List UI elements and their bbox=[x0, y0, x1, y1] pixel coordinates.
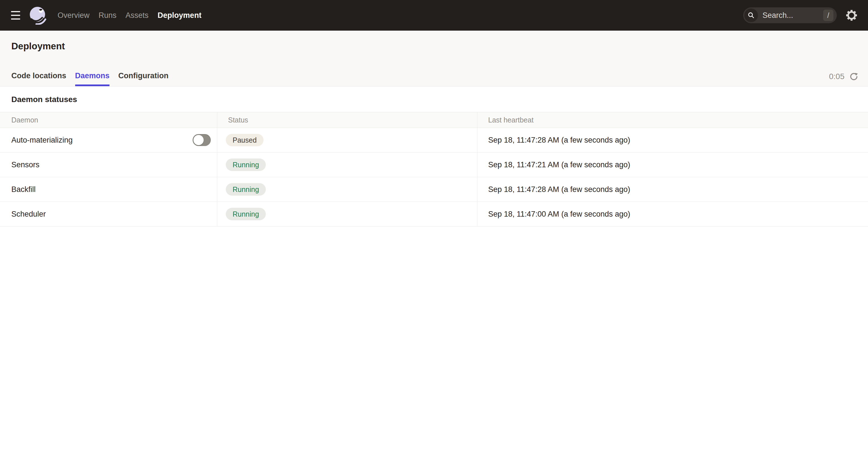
global-search[interactable]: / bbox=[743, 7, 837, 23]
status-badge: Running bbox=[226, 159, 266, 171]
tab-daemons[interactable]: Daemons bbox=[75, 71, 110, 86]
last-heartbeat: Sep 18, 11:47:00 AM (a few seconds ago) bbox=[488, 210, 630, 219]
dagster-logo[interactable] bbox=[29, 6, 48, 25]
search-shortcut-key: / bbox=[823, 10, 833, 21]
daemon-name: Sensors bbox=[11, 161, 39, 169]
refresh-area: 0:05 bbox=[829, 72, 859, 81]
column-header-daemon: Daemon bbox=[0, 112, 217, 128]
column-header-last-heartbeat: Last heartbeat bbox=[477, 112, 868, 128]
table-body: Auto-materializing Paused Sep 18, 11:47:… bbox=[0, 128, 868, 227]
tab-configuration[interactable]: Configuration bbox=[118, 71, 168, 86]
gear-icon[interactable] bbox=[845, 9, 858, 22]
last-heartbeat: Sep 18, 11:47:28 AM (a few seconds ago) bbox=[488, 136, 630, 144]
table-header: Daemon Status Last heartbeat bbox=[0, 112, 868, 128]
table-row: Scheduler Running Sep 18, 11:47:00 AM (a… bbox=[0, 202, 868, 227]
daemon-toggle[interactable] bbox=[193, 134, 211, 146]
toggle-knob bbox=[193, 135, 204, 145]
daemon-name: Scheduler bbox=[11, 210, 46, 219]
daemon-table: Daemon Status Last heartbeat Auto-materi… bbox=[0, 112, 868, 227]
refresh-countdown: 0:05 bbox=[829, 72, 845, 81]
primary-nav: Overview Runs Assets Deployment bbox=[58, 11, 202, 20]
column-header-status: Status bbox=[217, 112, 477, 128]
tab-code-locations[interactable]: Code locations bbox=[11, 71, 66, 86]
search-icon bbox=[744, 8, 758, 22]
status-badge: Paused bbox=[226, 134, 264, 146]
daemon-name: Auto-materializing bbox=[11, 136, 73, 144]
nav-item-deployment[interactable]: Deployment bbox=[158, 11, 202, 20]
status-badge: Running bbox=[226, 183, 266, 196]
hamburger-menu-icon[interactable] bbox=[11, 11, 20, 20]
deployment-tabs: Code locations Daemons Configuration bbox=[11, 71, 857, 86]
nav-item-overview[interactable]: Overview bbox=[58, 11, 90, 20]
nav-item-runs[interactable]: Runs bbox=[99, 11, 117, 20]
top-nav-bar: Overview Runs Assets Deployment / bbox=[0, 0, 868, 31]
table-row: Auto-materializing Paused Sep 18, 11:47:… bbox=[0, 128, 868, 153]
search-input[interactable] bbox=[763, 11, 823, 20]
page-title: Deployment bbox=[11, 31, 857, 52]
section-heading: Daemon statuses bbox=[0, 87, 868, 112]
refresh-icon[interactable] bbox=[849, 72, 858, 81]
last-heartbeat: Sep 18, 11:47:21 AM (a few seconds ago) bbox=[488, 161, 630, 169]
daemon-name: Backfill bbox=[11, 185, 36, 194]
page-header: Deployment Code locations Daemons Config… bbox=[0, 31, 868, 87]
last-heartbeat: Sep 18, 11:47:28 AM (a few seconds ago) bbox=[488, 185, 630, 194]
table-row: Backfill Running Sep 18, 11:47:28 AM (a … bbox=[0, 177, 868, 202]
status-badge: Running bbox=[226, 208, 266, 220]
table-row: Sensors Running Sep 18, 11:47:21 AM (a f… bbox=[0, 153, 868, 177]
nav-item-assets[interactable]: Assets bbox=[126, 11, 149, 20]
